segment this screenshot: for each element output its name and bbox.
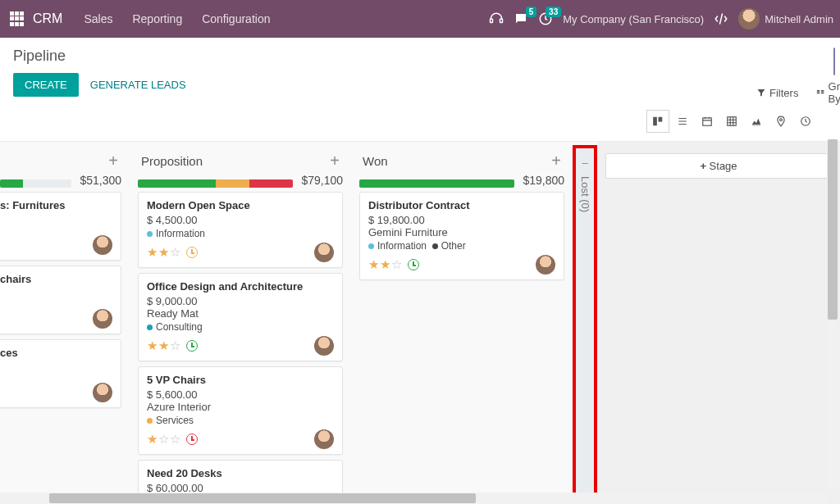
priority-stars[interactable]: ★★☆ [147,338,181,353]
user-menu[interactable]: Mitchell Admin [738,8,833,30]
progress-bar [0,179,71,188]
priority-stars[interactable]: ★★☆ [368,257,403,272]
kanban-column: Won+$19,800Distributor Contract$ 19,800.… [351,142,573,504]
tag-row: Information [147,228,334,239]
view-kanban[interactable] [646,110,669,133]
card-amount: $ 5,600.00 [147,388,334,401]
priority-stars[interactable]: ★★☆ [147,245,181,260]
svg-rect-7 [728,117,737,126]
debug-icon[interactable] [714,11,728,26]
expand-icon: – [582,157,587,169]
svg-point-8 [780,119,783,121]
nav-sales[interactable]: Sales [74,12,122,25]
avatar [93,383,112,402]
nav-configuration[interactable]: Configuration [192,12,280,25]
view-activity[interactable] [794,110,817,133]
kanban-card[interactable]: Distributor Contract$ 19,800.00Gemini Fu… [359,192,564,280]
vertical-scrollbar[interactable] [827,139,838,492]
progress-bar [138,179,293,188]
messages-badge: 5 [526,7,537,17]
activity-clock-icon[interactable] [186,340,198,352]
card-company: Gemini Furniture [368,226,555,238]
add-stage-column: + Stage [597,142,840,504]
view-graph[interactable] [745,110,768,133]
tag-row: Services [147,415,334,426]
svg-rect-4 [653,117,657,126]
horizontal-scrollbar[interactable] [0,493,827,504]
column-total: $19,800 [523,174,564,187]
avatar [314,243,334,262]
view-map[interactable] [769,110,792,133]
avatar [314,336,334,356]
nav-reporting[interactable]: Reporting [122,12,192,25]
svg-rect-0 [491,19,493,23]
avatar [93,309,112,329]
page-title: Pipeline [13,48,66,65]
view-list[interactable] [671,110,694,133]
activity-clock-icon[interactable] [408,259,419,270]
avatar [536,255,555,275]
card-title: Need 20 Desks [147,467,334,479]
view-switcher [646,110,827,133]
avatar [93,235,112,255]
activities-badge: 33 [546,7,561,17]
view-calendar[interactable] [696,110,719,133]
voip-icon[interactable] [489,11,504,26]
quick-add-icon[interactable]: + [108,152,118,170]
column-title[interactable]: Proposition [141,154,330,168]
card-amount: $ 19,800.00 [368,214,555,226]
collapsed-column-lost[interactable]: –Lost (0) [573,145,597,504]
add-stage-button[interactable]: + Stage [605,153,832,179]
control-panel: Pipeline My Pipeline × CREATE GENERATE L… [0,38,840,142]
kanban-card[interactable]: s: Furnitures [0,192,121,261]
svg-rect-5 [659,117,663,122]
kanban-card[interactable]: chairs [0,266,121,334]
activities-icon[interactable]: 33 [538,11,553,26]
messages-icon[interactable]: 5 [514,11,528,26]
kanban-card[interactable]: Office Design and Architecture$ 9,000.00… [138,273,343,361]
search-facet[interactable]: My Pipeline × [833,48,835,75]
column-total: $51,300 [80,174,121,187]
view-pivot[interactable] [720,110,743,133]
card-title: s: Furnitures [0,199,112,211]
card-title: Office Design and Architecture [147,280,334,293]
groupby-menu[interactable]: Group By [816,80,840,105]
kanban-card[interactable]: ces [0,339,121,408]
card-title: Modern Open Space [147,199,334,211]
activity-clock-icon[interactable] [186,434,198,445]
tag-row: Consulting [147,321,334,333]
company-switcher[interactable]: My Company (San Francisco) [563,13,704,25]
card-title: 5 VP Chairs [147,374,334,386]
activity-clock-icon[interactable] [186,247,198,258]
column-total: $79,100 [301,174,343,187]
kanban-column: Proposition+$79,100Modern Open Space$ 4,… [130,142,351,504]
card-title: Distributor Contract [368,199,555,211]
collapsed-label: Lost (0) [579,176,591,212]
card-amount: $ 9,000.00 [147,295,334,307]
kanban-column: +$51,300s: Furnitureschairsces [0,142,130,504]
kanban-board: +$51,300s: FurnitureschairscesPropositio… [0,142,840,504]
navbar: CRM Sales Reporting Configuration 5 33 M… [0,0,840,38]
card-company: Azure Interior [147,401,334,413]
quick-add-icon[interactable]: + [330,152,340,170]
card-company: Ready Mat [147,307,334,320]
create-button[interactable]: CREATE [13,73,79,97]
avatar [738,8,760,30]
progress-bar [359,179,514,188]
plus-icon: + [700,160,706,172]
app-brand[interactable]: CRM [33,11,62,26]
column-title[interactable]: Won [363,154,551,168]
priority-stars[interactable]: ★☆☆ [147,432,181,447]
card-amount: $ 4,500.00 [147,214,334,226]
kanban-card[interactable]: 5 VP Chairs$ 5,600.00Azure InteriorServi… [138,366,343,455]
kanban-card[interactable]: Modern Open Space$ 4,500.00Information★★… [138,192,343,268]
svg-rect-6 [703,118,712,125]
tag-row: Information Other [368,240,555,252]
quick-add-icon[interactable]: + [551,152,561,170]
svg-rect-1 [500,19,503,23]
user-name: Mitchell Admin [765,13,833,25]
filters-menu[interactable]: Filters [756,80,798,105]
apps-icon[interactable] [10,11,25,26]
avatar [314,429,334,449]
generate-leads-button[interactable]: GENERATE LEADS [79,73,198,97]
